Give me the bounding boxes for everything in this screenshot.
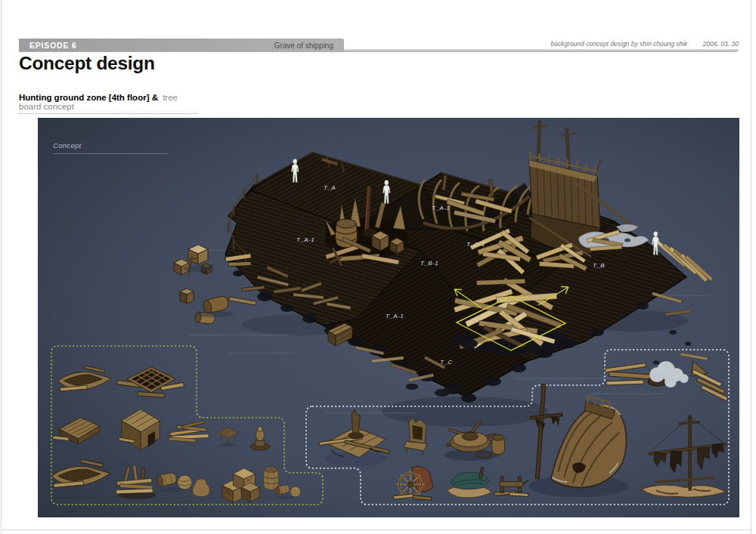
page-edge-bottom xyxy=(1,529,751,530)
concept-canvas: Concept T_A T_A-1 T_A-1 T_C-1 T_B-1 T_B … xyxy=(38,118,739,517)
concept-label: Concept xyxy=(53,141,81,150)
section-title-main: Hunting ground zone [4th floor] & xyxy=(19,93,158,102)
header-bar: EPISODE 6 Grave of shipping xyxy=(19,39,344,51)
zone-label-tb: T_B xyxy=(593,262,605,269)
zone-label-tb1: T_B-1 xyxy=(420,260,438,267)
page-edge-left xyxy=(1,0,2,534)
document-page: EPISODE 6 Grave of shipping background c… xyxy=(0,0,756,534)
credit-text: background concept design by shin choung… xyxy=(550,40,687,48)
zone-label-ta1-lower: T_A-1 xyxy=(386,313,404,319)
zone-label-tc1: T_C-1 xyxy=(466,241,485,248)
episode-label: EPISODE 6 xyxy=(29,41,77,50)
zone-label-ta1-left: T_A-1 xyxy=(296,236,314,243)
page-edge-right xyxy=(751,0,751,534)
concept-underline xyxy=(53,153,168,154)
credit-date: 2006. 03. 30 xyxy=(703,40,739,48)
zone-label-ta1-upper: T_A-1 xyxy=(432,205,450,211)
section-title: Hunting ground zone [4th floor] & tree b… xyxy=(19,93,197,114)
header-subtitle: Grave of shipping xyxy=(274,42,333,50)
zone-label-ta: T_A xyxy=(324,184,336,191)
credit-line: background concept design by shin choung… xyxy=(550,40,739,48)
page-title: Concept design xyxy=(19,53,155,74)
zone-label-tc: T_C xyxy=(440,359,453,366)
barrel-sprite xyxy=(264,467,279,490)
